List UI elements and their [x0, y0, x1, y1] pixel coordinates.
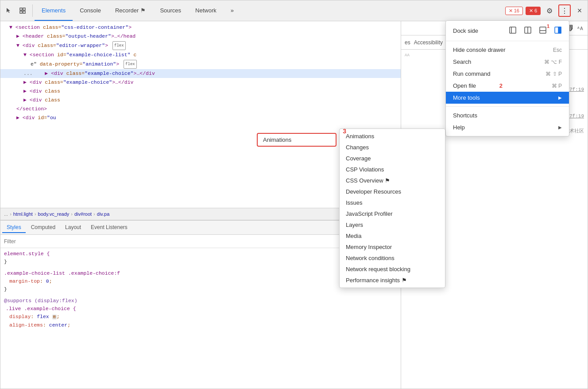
tab-network[interactable]: Network — [188, 0, 224, 21]
warning-icon: ✕ — [529, 8, 533, 14]
css-rule: .example-choice-list .example-choice:f m… — [4, 269, 397, 293]
breadcrumb-item[interactable]: html.light — [13, 211, 33, 217]
cls-button[interactable]: .cls — [549, 25, 557, 31]
svg-text:A: A — [580, 26, 583, 31]
tab-console[interactable]: Console — [73, 0, 108, 21]
tab-elements[interactable]: Elements — [35, 0, 73, 21]
dom-line[interactable]: e" data-property="animation"> flex — [0, 59, 401, 69]
cursor-icon[interactable] — [2, 4, 15, 17]
tab-styles[interactable]: Styles — [2, 222, 26, 233]
warning-badge[interactable]: ✕ 6 — [526, 7, 541, 15]
breadcrumb-item[interactable]: div#root — [74, 211, 92, 217]
tab-recorder[interactable]: Recorder ⚑ — [108, 0, 153, 21]
right-panel: :hov .cls + 🗐 AA es Accessibility AA edi… — [401, 21, 588, 389]
font-size-indicator: AA — [405, 53, 584, 60]
tab-sources[interactable]: Sources — [153, 0, 188, 21]
right-content: AA editor-css.…=f41847f:19 editor-css.…=… — [401, 50, 588, 389]
styles-section: Styles Computed Layout Event Listeners e… — [0, 220, 401, 389]
svg-rect-1 — [23, 8, 25, 10]
styles-toolbar — [0, 235, 401, 248]
tab-computed[interactable]: Computed — [27, 222, 60, 233]
css-rule: @supports (display:flex) .live .example-… — [4, 297, 397, 329]
dom-line[interactable]: </section> — [0, 105, 401, 113]
right-tab-es[interactable]: es — [405, 39, 410, 46]
error-icon: ✕ — [509, 8, 513, 14]
source-ref-1[interactable]: editor-css.…=f41847f:19 — [405, 87, 584, 92]
dom-line[interactable]: ▶ <div class — [0, 87, 401, 96]
toolbar-icons — [2, 4, 33, 17]
toolbar: Elements Console Recorder ⚑ Sources Netw… — [0, 0, 588, 21]
tab-event-listeners[interactable]: Event Listeners — [86, 222, 132, 233]
settings-button[interactable]: ⚙ — [543, 4, 556, 17]
breadcrumb-item[interactable]: body.vc_ready — [38, 211, 70, 217]
css-rule: element.style { } — [4, 250, 397, 266]
main-content: ▼ <section class="css-editor-container">… — [0, 21, 588, 389]
breadcrumb: ... › html.light › body.vc_ready › div#r… — [0, 208, 401, 220]
inspect-icon[interactable] — [16, 4, 29, 17]
hov-button[interactable]: :hov — [535, 25, 545, 31]
tabs-container: Elements Console Recorder ⚑ Sources Netw… — [35, 0, 505, 21]
right-tab-accessibility[interactable]: Accessibility — [414, 39, 443, 46]
recorder-icon: ⚑ — [140, 7, 146, 14]
right-tab-bar: es Accessibility — [401, 35, 588, 50]
dom-line[interactable]: ▶ <header class="output-header">…</head — [0, 32, 401, 41]
error-badge[interactable]: ✕ 16 — [505, 7, 523, 15]
copy-button[interactable]: 🗐 — [567, 25, 573, 32]
filter-input[interactable] — [4, 238, 397, 245]
dom-line[interactable]: ▼ <section id="example-choice-list" c — [0, 51, 401, 59]
dom-line[interactable]: ▶ <div class="example-choice">…</div — [0, 78, 401, 87]
kebab-menu-button[interactable]: ⋮ — [558, 4, 571, 17]
tab-more[interactable]: » — [224, 0, 241, 21]
dom-line[interactable]: ▶ <div id="ou — [0, 113, 401, 122]
dom-line[interactable]: ▼ <div class="editor-wrapper"> flex — [0, 41, 401, 51]
svg-rect-3 — [23, 11, 25, 13]
font-size-button[interactable]: AA — [577, 24, 584, 32]
right-styles-header: :hov .cls + 🗐 AA — [401, 21, 588, 35]
elements-panel: ▼ <section class="css-editor-container">… — [0, 21, 401, 389]
dom-tree: ▼ <section class="css-editor-container">… — [0, 21, 401, 208]
styles-content[interactable]: element.style { } .example-choice-list .… — [0, 248, 401, 389]
add-style-button[interactable]: + — [561, 25, 564, 31]
devtools-window: Elements Console Recorder ⚑ Sources Netw… — [0, 0, 588, 389]
close-button[interactable]: × — [573, 4, 586, 17]
svg-rect-0 — [20, 8, 22, 10]
breadcrumb-item[interactable]: ... — [4, 211, 8, 217]
dom-line[interactable]: ▶ <div class — [0, 96, 401, 105]
breadcrumb-item[interactable]: div.pa — [97, 211, 110, 217]
svg-text:A: A — [577, 26, 580, 29]
dom-line[interactable]: ... ▶ <div class="example-choice">…</div — [0, 69, 401, 78]
toolbar-right: ✕ 16 ✕ 6 ⚙ ⋮ × — [505, 4, 586, 17]
tab-layout[interactable]: Layout — [61, 222, 85, 233]
source-ref-2[interactable]: editor-css.…=f41847f:19 — [405, 113, 584, 119]
styles-tabs: Styles Computed Layout Event Listeners — [0, 221, 401, 235]
watermark: @稀土掘金技术社区 — [405, 128, 584, 134]
svg-rect-2 — [20, 11, 22, 13]
dom-line[interactable]: ▼ <section class="css-editor-container"> — [0, 23, 401, 32]
